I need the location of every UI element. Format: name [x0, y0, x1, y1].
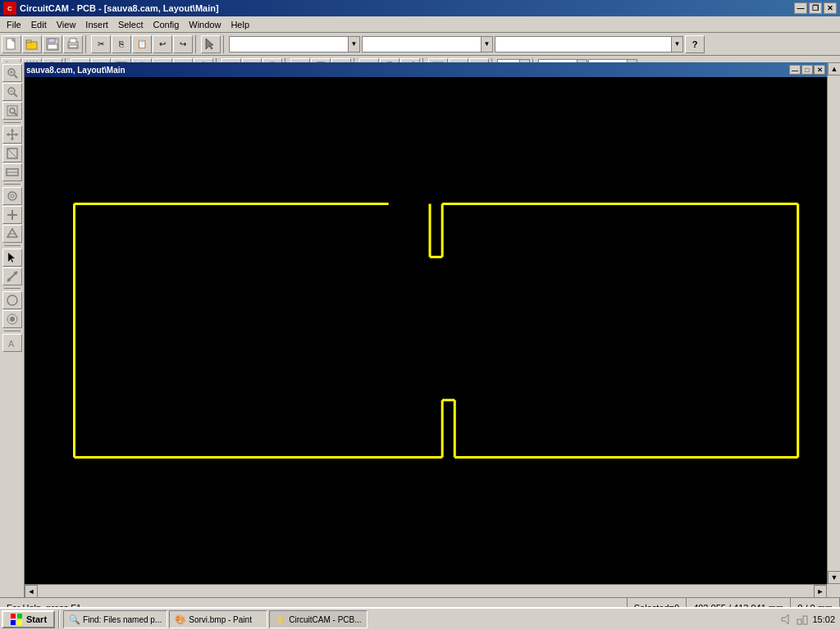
- find-icon: 🔍: [69, 614, 80, 625]
- menu-help[interactable]: Help: [226, 18, 254, 31]
- inner-titlebar: sauva8.cam, Layout\Main — □ ✕: [25, 62, 827, 77]
- vertical-scrollbar[interactable]: ▲ ▼: [827, 62, 840, 584]
- left-btn-drill[interactable]: [2, 187, 22, 205]
- scroll-up-button[interactable]: ▲: [828, 62, 840, 75]
- left-sep1: [4, 122, 21, 123]
- svg-marker-84: [8, 253, 15, 262]
- minimize-button[interactable]: —: [794, 2, 807, 14]
- scroll-track-vertical[interactable]: [828, 75, 840, 571]
- help-btn[interactable]: ?: [685, 35, 705, 53]
- svg-line-67: [14, 112, 17, 116]
- svg-marker-82: [7, 229, 17, 237]
- tool-dropdown[interactable]: ▼: [362, 36, 493, 52]
- menu-config[interactable]: Config: [148, 18, 184, 31]
- maximize-button[interactable]: ❐: [809, 2, 822, 14]
- menu-edit[interactable]: Edit: [26, 18, 52, 31]
- layer-dropdown[interactable]: ▼: [229, 36, 360, 52]
- menu-select[interactable]: Select: [113, 18, 148, 31]
- left-btn-zoom-fit[interactable]: [2, 163, 22, 181]
- scroll-right-button[interactable]: ►: [814, 585, 827, 598]
- open-button[interactable]: [22, 35, 42, 53]
- inner-maximize[interactable]: □: [801, 65, 813, 75]
- svg-line-75: [7, 148, 17, 158]
- save-button[interactable]: [43, 35, 62, 53]
- left-btn-pan[interactable]: [2, 126, 22, 144]
- svg-rect-106: [17, 614, 22, 619]
- menu-window[interactable]: Window: [184, 18, 226, 31]
- svg-marker-10: [206, 39, 213, 49]
- left-sep3: [4, 245, 21, 246]
- left-btn-zoom-window[interactable]: [2, 102, 22, 120]
- scroll-track-horizontal[interactable]: [38, 585, 814, 597]
- cut-button[interactable]: ✂: [91, 35, 111, 53]
- scroll-left-button[interactable]: ◄: [25, 585, 38, 598]
- inner-window-title: sauva8.cam, Layout\Main: [26, 66, 126, 75]
- left-sep2: [4, 184, 21, 185]
- left-btn-measure[interactable]: [2, 225, 22, 243]
- svg-marker-109: [782, 614, 788, 624]
- network-icon: [796, 613, 809, 626]
- close-button[interactable]: ✕: [824, 2, 837, 14]
- taskbar-time: 15:02: [812, 614, 835, 624]
- svg-rect-108: [17, 620, 22, 625]
- circuitcam-label: CircuitCAM - PCB...: [289, 615, 361, 624]
- new-button[interactable]: [2, 35, 21, 53]
- svg-marker-71: [11, 138, 14, 140]
- left-btn-text[interactable]: A: [2, 334, 22, 352]
- pointer-button[interactable]: [201, 35, 221, 53]
- svg-point-88: [7, 295, 17, 305]
- taskbar-sep1: [58, 610, 60, 628]
- sep3: [223, 35, 226, 53]
- title-bar: C CircuitCAM - PCB - [sauva8.cam, Layout…: [0, 0, 840, 16]
- inner-close[interactable]: ✕: [814, 65, 825, 75]
- inner-minimize[interactable]: —: [789, 65, 801, 75]
- tool-dropdown-arrow[interactable]: ▼: [481, 37, 492, 52]
- inner-titlebar-controls: — □ ✕: [789, 65, 825, 75]
- svg-rect-3: [26, 40, 31, 43]
- volume-icon: [779, 613, 792, 626]
- action-dropdown-arrow[interactable]: ▼: [671, 37, 682, 52]
- tool-value: [363, 39, 481, 48]
- start-icon: [10, 613, 23, 626]
- start-label: Start: [26, 614, 47, 624]
- left-btn-fit[interactable]: [2, 144, 22, 162]
- taskbar-item-find[interactable]: 🔍 Find: Files named p...: [63, 610, 167, 628]
- left-btn-circle[interactable]: [2, 291, 22, 309]
- copy-button[interactable]: ⎘: [112, 35, 131, 53]
- menu-view[interactable]: View: [52, 18, 81, 31]
- svg-marker-73: [16, 133, 18, 136]
- left-btn-dot[interactable]: [2, 310, 22, 328]
- svg-marker-72: [7, 133, 9, 136]
- left-btn-route[interactable]: [2, 206, 22, 224]
- layer-dropdown-arrow[interactable]: ▼: [348, 37, 359, 52]
- left-btn-select[interactable]: [2, 249, 22, 267]
- print-button[interactable]: [63, 35, 83, 53]
- action-dropdown[interactable]: ▼: [495, 36, 683, 52]
- redo-button[interactable]: ↪: [173, 35, 193, 53]
- svg-point-86: [7, 278, 11, 281]
- left-btn-zoom-out[interactable]: [2, 83, 22, 101]
- svg-rect-8: [70, 39, 76, 43]
- sep2: [195, 35, 199, 53]
- title-bar-controls: — ❐ ✕: [794, 2, 837, 14]
- taskbar: Start 🔍 Find: Files named p... 🎨 Sorvi.b…: [0, 607, 840, 630]
- title-bar-left: C CircuitCAM - PCB - [sauva8.cam, Layout…: [3, 2, 219, 15]
- paste-button[interactable]: 📋: [132, 35, 152, 53]
- taskbar-item-circuitcam[interactable]: ⚡ CircuitCAM - PCB...: [269, 610, 368, 628]
- start-button[interactable]: Start: [2, 610, 55, 628]
- left-sep5: [4, 331, 21, 331]
- menu-file[interactable]: File: [2, 18, 26, 31]
- svg-rect-111: [803, 616, 807, 624]
- scroll-down-button[interactable]: ▼: [828, 571, 840, 584]
- horizontal-scrollbar[interactable]: ◄ ►: [25, 584, 827, 597]
- undo-button[interactable]: ↩: [153, 35, 172, 53]
- svg-rect-107: [11, 620, 16, 625]
- menu-insert[interactable]: Insert: [80, 18, 113, 31]
- svg-rect-9: [69, 45, 77, 48]
- find-label: Find: Files named p...: [83, 615, 162, 624]
- circuitcam-icon: ⚡: [275, 614, 286, 625]
- left-btn-zoom-in[interactable]: [2, 64, 22, 82]
- app-icon: C: [3, 2, 16, 15]
- taskbar-item-paint[interactable]: 🎨 Sorvi.bmp - Paint: [169, 610, 267, 628]
- left-btn-node[interactable]: [2, 267, 22, 285]
